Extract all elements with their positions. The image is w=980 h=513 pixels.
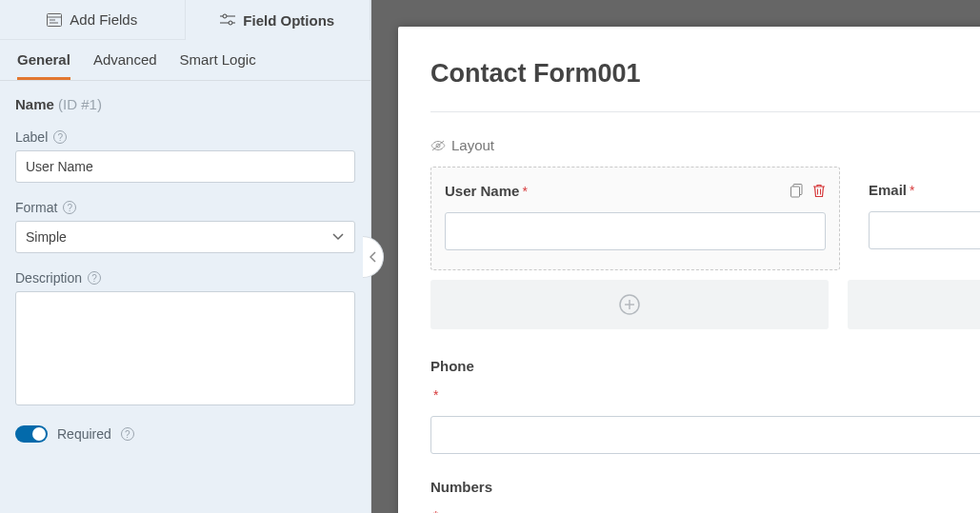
field-label-email: Email [869,182,907,198]
subtab-advanced[interactable]: Advanced [93,51,157,80]
drop-zone[interactable] [430,280,829,329]
tab-field-options-label: Field Options [243,12,334,29]
top-tabs: Add Fields Field Options [0,0,370,40]
required-toggle[interactable] [15,425,48,443]
required-star: * [522,184,527,199]
tab-field-options[interactable]: Field Options [186,0,371,40]
panel-title-id: (ID #1) [58,96,102,112]
username-input-preview[interactable] [445,212,826,250]
chevron-left-icon [370,251,377,263]
page-title: Contact Form001 [430,59,980,89]
row-required: Required ? [15,425,355,443]
layout-label: Layout [430,137,980,153]
divider [430,111,980,112]
description-label: Description [15,270,82,286]
row-label: Label ? [15,129,355,183]
layout-label-text: Layout [451,137,494,153]
email-input-preview[interactable] [869,211,980,249]
help-icon[interactable]: ? [88,271,101,285]
plus-circle-icon [618,293,641,316]
columns-row: User Name* Email* [430,167,980,270]
eye-off-icon [430,139,446,152]
drop-row [430,280,980,329]
subtab-smart-logic[interactable]: Smart Logic [180,51,256,80]
description-textarea[interactable] [15,291,355,405]
svg-point-7 [229,21,232,25]
help-icon[interactable]: ? [121,427,134,441]
field-label-numbers: Numbers [430,479,980,495]
svg-rect-11 [791,187,800,197]
field-card-email[interactable]: Email* [859,167,980,270]
trash-icon[interactable] [812,184,826,198]
sidebar-panel: Add Fields Field Options General Advance… [0,0,371,513]
sub-tabs: General Advanced Smart Logic [0,40,370,81]
subtab-general[interactable]: General [17,51,70,80]
label-label: Label [15,129,48,145]
required-star: * [433,508,438,513]
tab-add-fields-label: Add Fields [70,11,137,28]
help-icon[interactable]: ? [53,130,67,144]
tab-add-fields[interactable]: Add Fields [0,0,186,40]
field-card-username[interactable]: User Name* [430,167,840,270]
row-description: Description ? [15,270,355,408]
panel-body: Name (ID #1) Label ? Format ? Simple [0,81,370,443]
field-label-phone: Phone [430,358,980,374]
phone-input-preview[interactable] [430,416,980,454]
svg-point-5 [223,14,227,18]
required-label: Required [57,426,111,442]
panel-title: Name (ID #1) [15,96,355,112]
form-icon [47,13,62,27]
drop-zone[interactable] [848,280,980,329]
field-phone[interactable]: Phone* [430,358,980,454]
panel-title-name: Name [15,96,54,112]
format-label: Format [15,200,57,215]
field-label-username: User Name [445,183,519,199]
required-star: * [433,387,438,403]
preview-area: Contact Form001 Layout User Name* [371,0,980,513]
help-icon[interactable]: ? [63,201,76,214]
required-star: * [910,183,914,198]
sliders-icon [220,13,235,27]
format-select[interactable]: Simple [15,221,355,253]
field-numbers[interactable]: Numbers* [430,479,980,513]
label-input[interactable] [15,150,355,183]
row-format: Format ? Simple [15,200,355,253]
duplicate-icon[interactable] [790,184,805,198]
preview-page: Contact Form001 Layout User Name* [398,27,980,513]
